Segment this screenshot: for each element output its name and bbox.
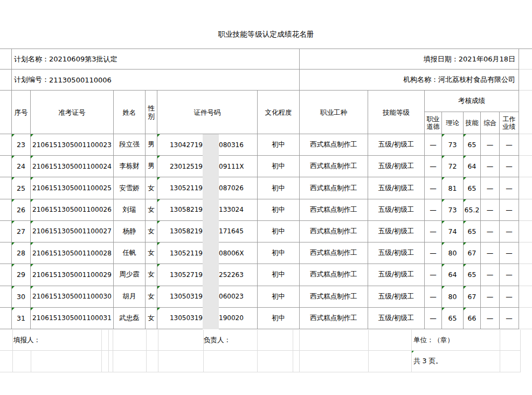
cell-gender[interactable]: 女 [146, 177, 157, 199]
header-performance[interactable]: 工作 业绩 [500, 112, 519, 134]
cell-occupation[interactable]: 西式糕点制作工 [300, 264, 368, 286]
cell-skill-score[interactable]: 67 [464, 242, 481, 264]
cell-no[interactable]: 24 [12, 156, 31, 177]
cell-name[interactable]: 武忠磊 [114, 308, 146, 329]
unit-stamp-label[interactable]: 单位：（章） [413, 329, 454, 350]
cell-occupation[interactable]: 西式糕点制作工 [300, 286, 368, 308]
org-name-cell[interactable]: 机构名称：河北荔枝村食品有限公司 [300, 70, 519, 91]
cell-name[interactable]: 周少霞 [114, 264, 146, 286]
cell-skill-score[interactable]: 64 [464, 156, 481, 177]
cell-ethics-score[interactable]: — [425, 242, 442, 264]
cell-performance-score[interactable]: — [500, 264, 519, 286]
cell-comprehensive-score[interactable]: — [481, 177, 500, 199]
cell-no[interactable]: 30 [12, 286, 31, 308]
cell-theory-score[interactable]: 73 [442, 199, 464, 221]
cell-ethics-score[interactable]: — [425, 308, 442, 329]
cell-theory-score[interactable]: 64 [442, 264, 464, 286]
cell-performance-score[interactable]: — [500, 199, 519, 221]
cell-exam-no[interactable]: 2106151305001100031 [31, 308, 114, 329]
cell-skill-level[interactable]: 五级/初级工 [368, 156, 425, 177]
cell-ethics-score[interactable]: — [425, 199, 442, 221]
cell-gender[interactable]: 男 [146, 134, 157, 156]
filler-label[interactable]: 填报人： [13, 329, 40, 350]
cell-gender[interactable]: 女 [146, 264, 157, 286]
cell-no[interactable]: 29 [12, 264, 31, 286]
header-theory[interactable]: 理论 [442, 112, 464, 134]
header-occupation[interactable]: 职业工种 [300, 91, 368, 134]
cell-skill-level[interactable]: 五级/初级工 [368, 308, 425, 329]
cell-performance-score[interactable]: — [500, 308, 519, 329]
cell-ethics-score[interactable]: — [425, 221, 442, 242]
cell-no[interactable]: 23 [12, 134, 31, 156]
cell-occupation[interactable]: 西式糕点制作工 [300, 134, 368, 156]
cell-gender[interactable]: 女 [146, 308, 157, 329]
cell-ethics-score[interactable]: — [425, 156, 442, 177]
cell-name[interactable]: 安雪娇 [114, 177, 146, 199]
sheet-title[interactable]: 职业技能等级认定成绩花名册 [0, 30, 532, 39]
cell-theory-score[interactable]: 73 [442, 134, 464, 156]
cell-name[interactable]: 刘瑞 [114, 199, 146, 221]
cell-education[interactable]: 初中 [258, 264, 300, 286]
cell-gender[interactable]: 男 [146, 156, 157, 177]
cell-theory-score[interactable]: 80 [442, 242, 464, 264]
cell-comprehensive-score[interactable]: — [481, 199, 500, 221]
header-skill-level[interactable]: 技能等级 [368, 91, 425, 134]
cell-exam-no[interactable]: 2106151305001100026 [31, 199, 114, 221]
cell-no[interactable]: 26 [12, 199, 31, 221]
cell-comprehensive-score[interactable]: — [481, 264, 500, 286]
cell-occupation[interactable]: 西式糕点制作工 [300, 177, 368, 199]
cell-name[interactable]: 胡月 [114, 286, 146, 308]
cell-education[interactable]: 初中 [258, 221, 300, 242]
cell-exam-no[interactable]: 2106151305001100024 [31, 156, 114, 177]
cell-ethics-score[interactable]: — [425, 286, 442, 308]
header-no[interactable]: 序号 [12, 91, 31, 134]
cell-education[interactable]: 初中 [258, 199, 300, 221]
cell-skill-level[interactable]: 五级/初级工 [368, 199, 425, 221]
header-id-number[interactable]: 证件号码 [157, 91, 258, 134]
cell-skill-level[interactable]: 五级/初级工 [368, 177, 425, 199]
header-gender[interactable]: 性 别 [146, 91, 157, 134]
cell-performance-score[interactable]: — [500, 156, 519, 177]
cell-education[interactable]: 初中 [258, 286, 300, 308]
header-name[interactable]: 姓名 [114, 91, 146, 134]
cell-education[interactable]: 初中 [258, 308, 300, 329]
cell-theory-score[interactable]: 65 [442, 308, 464, 329]
cell-exam-no[interactable]: 2106151305001100027 [31, 221, 114, 242]
plan-name-cell[interactable]: 计划名称：20210609第3批认定 [12, 48, 300, 70]
header-comprehensive[interactable]: 综合 [481, 112, 500, 134]
cell-skill-level[interactable]: 五级/初级工 [368, 286, 425, 308]
cell-theory-score[interactable]: 74 [442, 221, 464, 242]
cell-occupation[interactable]: 西式糕点制作工 [300, 156, 368, 177]
cell-performance-score[interactable]: — [500, 221, 519, 242]
cell-education[interactable]: 初中 [258, 177, 300, 199]
cell-performance-score[interactable]: — [500, 134, 519, 156]
cell-gender[interactable]: 女 [146, 286, 157, 308]
cell-performance-score[interactable]: — [500, 286, 519, 308]
cell-performance-score[interactable]: — [500, 177, 519, 199]
cell-exam-no[interactable]: 2106151305001100023 [31, 134, 114, 156]
cell-education[interactable]: 初中 [258, 134, 300, 156]
manager-label[interactable]: 负责人： [204, 329, 231, 350]
cell-skill-score[interactable]: 66 [464, 308, 481, 329]
cell-occupation[interactable]: 西式糕点制作工 [300, 242, 368, 264]
cell-exam-no[interactable]: 2106151305001100028 [31, 242, 114, 264]
cell-no[interactable]: 27 [12, 221, 31, 242]
cell-comprehensive-score[interactable]: — [481, 156, 500, 177]
header-ethics[interactable]: 职业 道德 [425, 112, 442, 134]
report-date-cell[interactable]: 填报日期：2021年06月18日 [300, 48, 519, 70]
cell-skill-score[interactable]: 65 [464, 264, 481, 286]
cell-education[interactable]: 初中 [258, 156, 300, 177]
cell-gender[interactable]: 女 [146, 221, 157, 242]
cell-theory-score[interactable]: 72 [442, 156, 464, 177]
cell-name[interactable]: 李栋财 [114, 156, 146, 177]
cell-no[interactable]: 28 [12, 242, 31, 264]
cell-ethics-score[interactable]: — [425, 177, 442, 199]
header-skill[interactable]: 技能 [464, 112, 481, 134]
cell-comprehensive-score[interactable]: — [481, 134, 500, 156]
cell-skill-level[interactable]: 五级/初级工 [368, 134, 425, 156]
cell-ethics-score[interactable]: — [425, 264, 442, 286]
cell-comprehensive-score[interactable]: — [481, 308, 500, 329]
cell-skill-score[interactable]: 65.2 [464, 199, 481, 221]
cell-exam-no[interactable]: 2106151305001100030 [31, 286, 114, 308]
page-count-note[interactable]: 共 3 页。 [413, 350, 442, 372]
